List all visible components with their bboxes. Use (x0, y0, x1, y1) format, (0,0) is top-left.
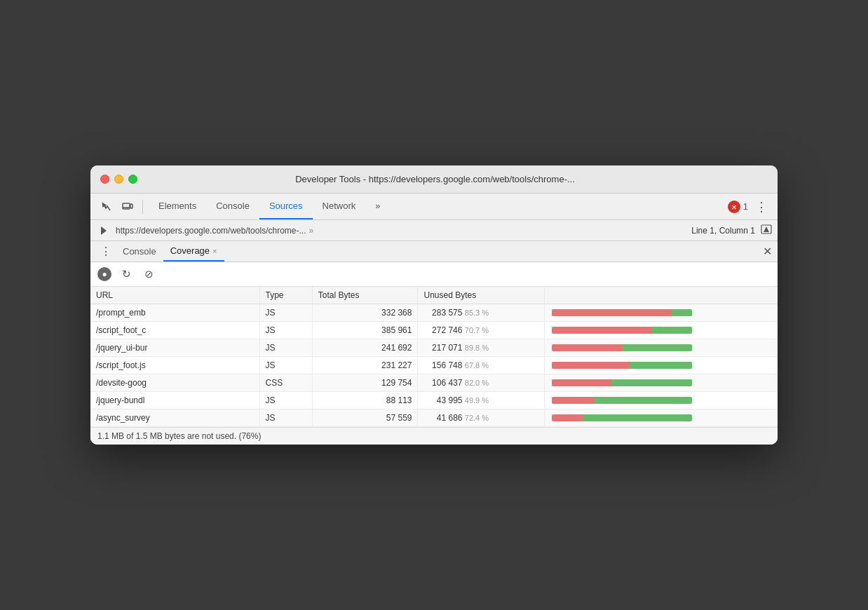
more-menu-icon[interactable]: ⋮ (752, 199, 771, 215)
tab-list: Elements Console Sources Network » (149, 194, 725, 219)
cell-unused-bytes: 217 071 89.8 % (418, 339, 545, 357)
unused-bar-segment (552, 344, 622, 351)
svg-marker-8 (764, 226, 769, 232)
col-header-total[interactable]: Total Bytes (312, 287, 418, 304)
col-header-unused[interactable]: Unused Bytes (418, 287, 545, 304)
inspect-icon[interactable] (97, 198, 116, 216)
cell-url: /devsite-goog (90, 374, 259, 392)
cell-bar (545, 392, 778, 409)
table-row[interactable]: /async_surveyJS57 55941 686 72.4 % (90, 409, 778, 427)
cell-total-bytes: 385 961 (312, 322, 418, 339)
cell-total-bytes: 231 227 (312, 357, 418, 374)
used-bar-segment (583, 414, 692, 421)
cell-url: /prompt_emb (90, 304, 259, 322)
drawer-menu-icon[interactable]: ⋮ (96, 245, 116, 258)
usage-bar (552, 327, 692, 334)
status-bar: 1.1 MB of 1.5 MB bytes are not used. (76… (90, 427, 778, 445)
cell-url: /script_foot_c (90, 322, 259, 339)
usage-bar (552, 414, 692, 421)
usage-bar (552, 344, 692, 351)
refresh-button[interactable]: ↻ (118, 266, 134, 282)
coverage-table-body: /prompt_embJS332 368283 575 85.3 %/scrip… (90, 304, 778, 427)
error-badge: ✕ (728, 201, 740, 213)
drawer-tab-coverage[interactable]: Coverage × (163, 241, 224, 262)
coverage-toolbar: ● ↻ ⊘ (90, 262, 778, 287)
cell-bar (545, 409, 778, 427)
table-row[interactable]: /jquery-bundlJS88 11343 995 49.9 % (90, 392, 778, 409)
col-header-type[interactable]: Type (259, 287, 312, 304)
title-bar: Developer Tools - https://developers.goo… (90, 165, 778, 194)
breadcrumb-bar: https://developers.google.com/web/tools/… (116, 226, 687, 236)
unused-bar-segment (552, 309, 671, 316)
devtools-toolbar: Elements Console Sources Network » ✕ 1 ⋮ (90, 194, 778, 220)
unused-bar-segment (552, 362, 629, 369)
cell-unused-bytes: 283 575 85.3 % (418, 304, 545, 322)
cell-unused-bytes: 156 748 67.8 % (418, 357, 545, 374)
window-title: Developer Tools - https://developers.goo… (102, 174, 768, 184)
coverage-table: URL Type Total Bytes Unused Bytes /promp… (90, 287, 778, 427)
cell-unused-bytes: 106 437 82.0 % (418, 374, 545, 392)
table-row[interactable]: /devsite-googCSS129 754106 437 82.0 % (90, 374, 778, 392)
drawer-tab-close-icon[interactable]: × (212, 247, 217, 255)
cell-type: JS (259, 392, 312, 409)
usage-bar (552, 379, 692, 386)
cell-url: /async_survey (90, 409, 259, 427)
drawer-tabs: ⋮ Console Coverage × ✕ (90, 241, 778, 262)
used-bar-segment (611, 379, 692, 386)
cell-bar (545, 357, 778, 374)
cell-bar (545, 304, 778, 322)
cell-total-bytes: 332 368 (312, 304, 418, 322)
used-bar-segment (629, 362, 692, 369)
cell-type: JS (259, 409, 312, 427)
usage-bar (552, 362, 692, 369)
used-bar-segment (594, 397, 692, 404)
cell-type: JS (259, 304, 312, 322)
tab-console[interactable]: Console (206, 194, 259, 219)
svg-rect-1 (123, 203, 130, 209)
error-count-area: ✕ 1 (728, 201, 748, 213)
secondary-toolbar: https://developers.google.com/web/tools/… (90, 220, 778, 241)
tab-sources[interactable]: Sources (259, 194, 313, 219)
cell-unused-bytes: 43 995 49.9 % (418, 392, 545, 409)
error-count: 1 (743, 201, 748, 212)
toolbar-separator (142, 200, 143, 214)
table-row[interactable]: /prompt_embJS332 368283 575 85.3 % (90, 304, 778, 322)
col-header-url[interactable]: URL (90, 287, 259, 304)
format-icon[interactable] (761, 224, 772, 238)
cell-unused-bytes: 272 746 70.7 % (418, 322, 545, 339)
cell-type: JS (259, 357, 312, 374)
table-header-row: URL Type Total Bytes Unused Bytes (90, 287, 778, 304)
device-icon[interactable] (118, 198, 137, 216)
tab-elements[interactable]: Elements (149, 194, 206, 219)
unused-bar-segment (552, 414, 583, 421)
tab-network[interactable]: Network (313, 194, 366, 219)
drawer-tab-console[interactable]: Console (116, 241, 163, 262)
table-row[interactable]: /script_foot.jsJS231 227156 748 67.8 % (90, 357, 778, 374)
table-row[interactable]: /script_foot_cJS385 961272 746 70.7 % (90, 322, 778, 339)
cell-unused-bytes: 41 686 72.4 % (418, 409, 545, 427)
clear-button[interactable]: ⊘ (141, 266, 156, 282)
used-bar-segment (622, 344, 692, 351)
svg-marker-6 (101, 226, 107, 235)
usage-bar (552, 397, 692, 404)
cell-total-bytes: 129 754 (312, 374, 418, 392)
status-text: 1.1 MB of 1.5 MB bytes are not used. (76… (97, 431, 261, 441)
breadcrumb-text: https://developers.google.com/web/tools/… (116, 226, 306, 236)
drawer-close-button[interactable]: ✕ (763, 245, 772, 258)
used-bar-segment (651, 327, 692, 334)
cell-url: /script_foot.js (90, 357, 259, 374)
unused-bar-segment (552, 397, 594, 404)
usage-bar (552, 309, 692, 316)
drawer: ⋮ Console Coverage × ✕ ● ↻ ⊘ URL Type (90, 241, 778, 445)
table-row[interactable]: /jquery_ui-burJS241 692217 071 89.8 % (90, 339, 778, 357)
svg-rect-2 (130, 204, 133, 208)
coverage-table-container: URL Type Total Bytes Unused Bytes /promp… (90, 287, 778, 427)
record-button[interactable]: ● (97, 267, 111, 281)
used-bar-segment (671, 309, 692, 316)
cell-type: CSS (259, 374, 312, 392)
devtools-window: Developer Tools - https://developers.goo… (90, 165, 778, 445)
cell-bar (545, 322, 778, 339)
tab-more[interactable]: » (365, 194, 390, 219)
breadcrumb-more: » (308, 226, 313, 236)
cell-total-bytes: 57 559 (312, 409, 418, 427)
